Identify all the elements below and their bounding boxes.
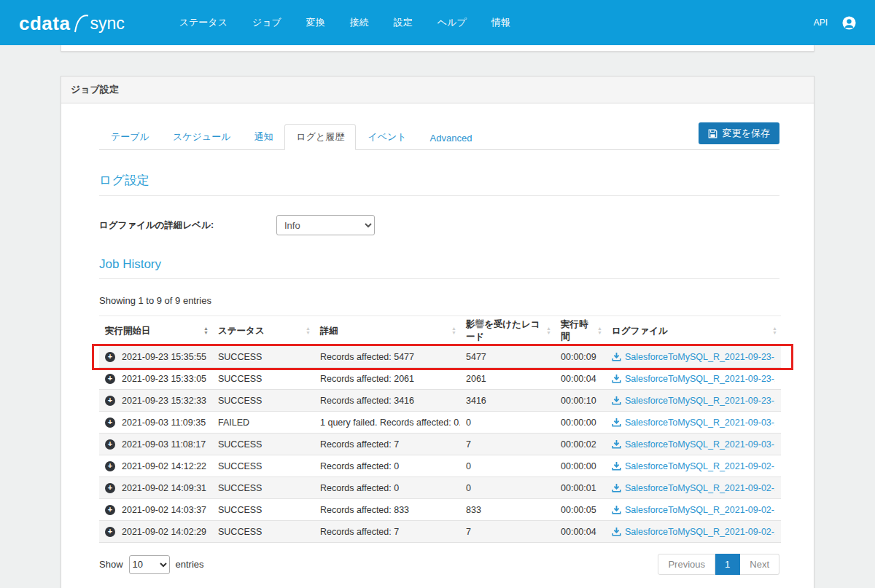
row-run-time: 00:00:01 <box>555 477 606 499</box>
navbar-right: API <box>814 16 856 30</box>
download-icon <box>612 527 621 536</box>
row-run-time: 00:00:04 <box>555 368 606 390</box>
download-icon <box>612 396 621 405</box>
row-run-time: 00:00:05 <box>555 499 606 521</box>
tab-schedule[interactable]: スケジュール <box>161 124 243 150</box>
download-icon <box>612 439 621 449</box>
nav-item-help[interactable]: ヘルプ <box>425 9 479 36</box>
row-run-time: 00:00:00 <box>555 412 606 434</box>
logo-text-cdata: cdata <box>19 14 70 33</box>
log-file-link[interactable]: SalesforceToMySQL_R_2021-09-03-11-... <box>612 439 775 450</box>
row-status: SUCCESS <box>212 499 314 521</box>
nav-item-connections[interactable]: 接続 <box>338 9 381 36</box>
row-details: 1 query failed. Records affected: 0. <box>314 412 460 434</box>
log-file-link[interactable]: SalesforceToMySQL_R_2021-09-03-11-... <box>612 418 775 428</box>
top-navbar: cdata sync ステータス ジョブ 変換 接続 設定 ヘルプ 情報 API <box>0 0 875 45</box>
job-history-heading: Job History <box>99 257 779 272</box>
job-settings-card: ジョブ設定 テーブル スケジュール 通知 ログと履歴 イベント Advanced… <box>61 76 814 588</box>
col-header-run-time[interactable]: 実行時間 ▲▼ <box>555 316 606 346</box>
col-header-start-date[interactable]: 実行開始日 ▲▼ <box>99 316 212 346</box>
verbosity-row: ログファイルの詳細レベル: Info <box>99 215 779 235</box>
col-header-details[interactable]: 詳細 ▲▼ <box>314 316 460 346</box>
row-status: SUCCESS <box>212 477 314 499</box>
log-file-link-text: SalesforceToMySQL_R_2021-09-02-14-... <box>625 461 775 471</box>
previous-card-edge <box>61 45 814 52</box>
job-history-table-wrap: 実行開始日 ▲▼ ステータス ▲▼ 詳細 ▲▼ 影響を受けたレコード <box>99 315 779 543</box>
row-details: Records affected: 7 <box>314 434 460 455</box>
tab-tables[interactable]: テーブル <box>99 124 161 150</box>
expand-row-button[interactable]: + <box>105 439 115 450</box>
verbosity-select[interactable]: Info <box>276 215 375 235</box>
row-details: Records affected: 5477 <box>314 346 460 368</box>
nav-item-jobs[interactable]: ジョブ <box>240 9 294 36</box>
log-file-link[interactable]: SalesforceToMySQL_R_2021-09-23-15-... <box>612 374 775 384</box>
log-file-link-text: SalesforceToMySQL_R_2021-09-03-11-... <box>625 439 775 450</box>
download-icon <box>612 505 621 514</box>
pagination-page-1-button[interactable]: 1 <box>715 554 740 575</box>
nav-item-transform[interactable]: 変換 <box>294 9 338 36</box>
job-history-tbody: + 2021-09-23 15:35:55 SUCCESS Records af… <box>99 346 781 543</box>
row-status: SUCCESS <box>212 521 314 543</box>
log-file-link[interactable]: SalesforceToMySQL_R_2021-09-02-14-... <box>612 461 775 471</box>
row-start-date: 2021-09-23 15:32:33 <box>122 396 206 406</box>
expand-row-button[interactable]: + <box>105 505 115 515</box>
log-settings-heading: ログ設定 <box>99 172 779 189</box>
row-details: Records affected: 2061 <box>314 368 460 390</box>
table-row: + 2021-09-02 14:12:22 SUCCESS Records af… <box>99 455 781 477</box>
expand-row-button[interactable]: + <box>105 483 115 493</box>
user-menu-button[interactable] <box>842 16 856 30</box>
row-start-date: 2021-09-02 14:12:22 <box>122 461 206 471</box>
expand-row-button[interactable]: + <box>105 527 115 537</box>
log-file-link[interactable]: SalesforceToMySQL_R_2021-09-23-15-... <box>612 352 775 362</box>
pagination-previous-button[interactable]: Previous <box>658 554 715 575</box>
row-start-date: 2021-09-02 14:02:29 <box>122 527 206 537</box>
row-status: SUCCESS <box>212 455 314 477</box>
col-header-log-file[interactable]: ログファイル ▲▼ <box>606 316 781 346</box>
showing-entries-text: Showing 1 to 9 of 9 entries <box>99 295 779 306</box>
log-file-link[interactable]: SalesforceToMySQL_R_2021-09-23-15-... <box>612 396 775 406</box>
log-file-link-text: SalesforceToMySQL_R_2021-09-23-15-... <box>625 396 775 406</box>
log-file-link-text: SalesforceToMySQL_R_2021-09-03-11-... <box>625 418 775 428</box>
save-changes-button[interactable]: 変更を保存 <box>699 122 779 144</box>
log-file-link[interactable]: SalesforceToMySQL_R_2021-09-02-14-... <box>612 527 775 537</box>
nav-item-info[interactable]: 情報 <box>479 9 523 36</box>
tab-advanced[interactable]: Advanced <box>419 126 484 150</box>
log-file-link[interactable]: SalesforceToMySQL_R_2021-09-02-14-... <box>612 483 775 493</box>
row-records-affected: 5477 <box>460 346 555 368</box>
row-details: Records affected: 0 <box>314 455 460 477</box>
row-start-date: 2021-09-02 14:09:31 <box>122 483 206 493</box>
page-length-select[interactable]: 10 <box>129 555 170 574</box>
tab-logging-history[interactable]: ログと履歴 <box>284 124 356 150</box>
cdata-sync-logo[interactable]: cdata sync <box>19 12 125 33</box>
col-header-records-affected[interactable]: 影響を受けたレコード ▲▼ <box>460 316 555 346</box>
divider <box>99 195 779 196</box>
row-start-date: 2021-09-23 15:33:05 <box>122 374 206 384</box>
table-row: + 2021-09-02 14:03:37 SUCCESS Records af… <box>99 499 781 521</box>
row-run-time: 00:00:09 <box>555 346 606 368</box>
row-details: Records affected: 833 <box>314 499 460 521</box>
row-start-date: 2021-09-03 11:08:17 <box>122 439 206 450</box>
expand-row-button[interactable]: + <box>105 374 115 384</box>
col-header-status[interactable]: ステータス ▲▼ <box>212 316 314 346</box>
pagination: Previous 1 Next <box>658 554 779 575</box>
row-details: Records affected: 0 <box>314 477 460 499</box>
pagination-next-button[interactable]: Next <box>740 554 779 575</box>
row-start-date: 2021-09-23 15:35:55 <box>122 352 206 362</box>
nav-item-status[interactable]: ステータス <box>167 9 240 36</box>
tab-notifications[interactable]: 通知 <box>242 124 284 150</box>
main-nav: ステータス ジョブ 変換 接続 設定 ヘルプ 情報 <box>167 9 523 36</box>
expand-row-button[interactable]: + <box>105 396 115 406</box>
page-length-group: Show 10 entries <box>99 555 204 574</box>
api-link[interactable]: API <box>814 17 828 28</box>
tab-events[interactable]: イベント <box>356 124 418 150</box>
row-details: Records affected: 3416 <box>314 390 460 412</box>
table-row: + 2021-09-02 14:02:29 SUCCESS Records af… <box>99 521 781 543</box>
row-records-affected: 7 <box>460 521 555 543</box>
sort-icon: ▲▼ <box>772 326 777 335</box>
log-file-link[interactable]: SalesforceToMySQL_R_2021-09-02-14-... <box>612 505 775 515</box>
download-icon <box>612 461 621 471</box>
expand-row-button[interactable]: + <box>105 352 115 362</box>
nav-item-settings[interactable]: 設定 <box>381 9 425 36</box>
expand-row-button[interactable]: + <box>105 461 115 471</box>
expand-row-button[interactable]: + <box>105 418 115 428</box>
